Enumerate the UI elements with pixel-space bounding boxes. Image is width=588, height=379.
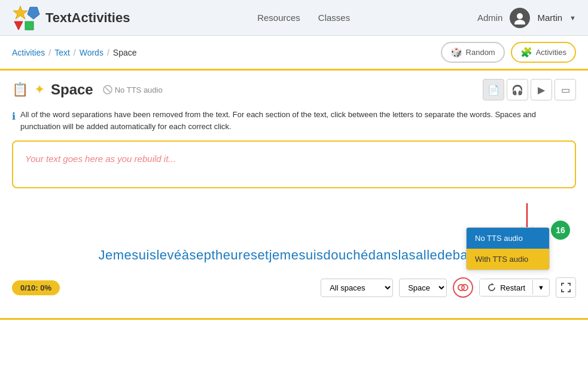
popup-with-tts[interactable]: With TTS audio [467, 249, 549, 270]
circle-toggle-icon [458, 282, 468, 293]
fullscreen-button[interactable] [556, 277, 576, 298]
breadcrumb-sep-3: / [107, 48, 109, 57]
svg-point-4 [517, 13, 523, 19]
breadcrumb-sep-2: / [74, 48, 76, 57]
svg-marker-1 [28, 7, 39, 19]
user-avatar [510, 8, 530, 28]
svg-marker-0 [13, 6, 28, 19]
user-name[interactable]: Martin [537, 13, 562, 23]
svg-rect-3 [25, 22, 33, 30]
breadcrumb-current: Space [113, 48, 137, 57]
breadcrumb-activities[interactable]: Activities [12, 48, 45, 57]
text-rebuild-area[interactable]: Your text goes here as you rebuild it... [12, 140, 576, 188]
tool-image[interactable]: ▭ [555, 79, 576, 100]
restart-label: Restart [500, 283, 525, 292]
breadcrumb-words[interactable]: Words [80, 48, 103, 57]
nav-classes[interactable]: Classes [318, 13, 350, 23]
puzzle-icon: 🧩 [520, 47, 532, 58]
breadcrumb-sep-1: / [48, 48, 51, 57]
admin-link[interactable]: Admin [477, 13, 503, 23]
random-button[interactable]: 🎲 Random [441, 42, 505, 63]
doc-icon: 📋 [12, 82, 28, 97]
no-tts-badge: No TTS audio [103, 85, 163, 94]
app-header: TextActivities Resources Classes Admin M… [0, 0, 588, 36]
tool-document[interactable]: 📄 [483, 79, 504, 100]
tool-headphones[interactable]: 🎧 [507, 79, 528, 100]
restart-button[interactable]: Restart [480, 279, 532, 296]
header-right: Admin Martin ▼ [477, 8, 576, 28]
info-text: All of the word separations have been re… [20, 109, 576, 132]
svg-line-7 [105, 87, 110, 92]
tool-video[interactable]: ▶ [531, 79, 552, 100]
restart-dropdown: Restart ▼ No TTS audio With TTS audio [479, 279, 550, 297]
info-box: ℹ All of the word separations have been … [12, 109, 576, 132]
rebuild-placeholder: Your text goes here as you rebuild it... [25, 154, 176, 164]
breadcrumb-text[interactable]: Text [54, 48, 70, 57]
svg-marker-10 [492, 283, 494, 285]
info-icon: ℹ [12, 109, 16, 132]
activity-select[interactable]: Space Words Text [399, 279, 447, 297]
main-content: 📋 ✦ Space No TTS audio 📄 🎧 ▶ ▭ ℹ All of … [0, 71, 588, 306]
no-tts-label: No TTS audio [115, 85, 163, 94]
score-badge: 0/10: 0% [12, 280, 60, 295]
svg-marker-2 [14, 22, 23, 30]
random-label: Random [466, 48, 495, 57]
bottom-bar [0, 318, 588, 320]
dots-icon: ✦ [34, 82, 45, 97]
activities-label: Activities [536, 48, 566, 57]
no-tts-icon [103, 85, 112, 94]
user-dropdown-arrow[interactable]: ▼ [569, 14, 576, 22]
breadcrumb-actions: 🎲 Random 🧩 Activities [441, 42, 576, 63]
activity-header-left: 📋 ✦ Space No TTS audio [12, 81, 163, 98]
restart-popup-menu: No TTS audio With TTS audio [466, 227, 550, 270]
activity-tools: 📄 🎧 ▶ ▭ [483, 79, 576, 100]
breadcrumb-bar: Activities / Text / Words / Space 🎲 Rand… [0, 36, 588, 71]
fullscreen-icon [560, 282, 571, 293]
activity-header: 📋 ✦ Space No TTS audio 📄 🎧 ▶ ▭ [12, 79, 576, 100]
filter-select[interactable]: All spaces Some spaces No spaces [321, 279, 393, 297]
logo-icon [12, 5, 41, 31]
bottom-controls: 0/10: 0% All spaces Some spaces No space… [12, 277, 576, 298]
counter-badge: 16 [551, 221, 570, 240]
activities-button[interactable]: 🧩 Activities [511, 42, 576, 63]
restart-button-group: Restart ▼ [479, 279, 550, 297]
nav-resources[interactable]: Resources [257, 13, 300, 23]
restart-dropdown-arrow[interactable]: ▼ [532, 280, 549, 295]
app-title: TextActivities [45, 10, 130, 26]
restart-icon [487, 283, 496, 292]
toggle-button[interactable] [453, 277, 473, 298]
main-nav: Resources Classes [257, 13, 350, 23]
breadcrumb: Activities / Text / Words / Space [12, 48, 137, 57]
dice-icon: 🎲 [450, 47, 462, 58]
popup-no-tts[interactable]: No TTS audio [467, 228, 549, 249]
activity-title: Space [51, 81, 93, 98]
svg-point-5 [514, 20, 525, 25]
logo-area: TextActivities [12, 5, 130, 31]
